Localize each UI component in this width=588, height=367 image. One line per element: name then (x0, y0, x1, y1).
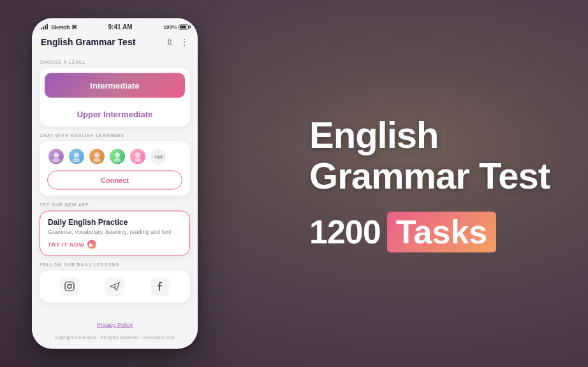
wifi-icon: ⌘ (71, 24, 77, 30)
app-promo-card: Daily English Practice Grammar, vocabula… (40, 211, 190, 256)
main-title: English Grammar Test (309, 115, 550, 196)
tasks-number: 1200 (309, 213, 381, 251)
more-icon[interactable]: ⋮ (180, 37, 189, 47)
svg-point-5 (93, 158, 101, 162)
copyright-text: Copright Sevenlynx - All rights reserved… (55, 335, 175, 340)
follow-card (40, 271, 190, 303)
battery-fill (180, 25, 186, 28)
svg-point-11 (68, 285, 71, 289)
signal-bars-icon (41, 24, 48, 30)
promo-description: Grammar, vocabulary, listening, reading … (48, 229, 182, 235)
facebook-icon[interactable] (151, 277, 170, 296)
svg-rect-10 (65, 282, 74, 291)
telegram-icon[interactable] (105, 277, 124, 296)
level-card: Intermediate Upper Intermediate (40, 68, 190, 127)
intermediate-button[interactable]: Intermediate (45, 73, 185, 98)
title-line1: English (309, 114, 438, 155)
avatar-count: +84 (149, 148, 167, 166)
notification-dot (122, 149, 125, 152)
svg-point-4 (94, 153, 99, 158)
title-line2: Grammar Test (309, 155, 550, 196)
phone-footer: Privacy Policy Copright Sevenlynx - All … (32, 318, 198, 349)
svg-point-6 (115, 153, 120, 158)
svg-point-3 (73, 158, 80, 162)
battery-icon (179, 24, 189, 29)
app-header: English Grammar Test ⇫ ⋮ (32, 33, 198, 54)
status-bar: Sketch ⌘ 9:41 AM 100% (32, 18, 198, 33)
avatar-5 (129, 148, 147, 166)
carrier-label: Sketch (51, 24, 70, 30)
chat-label: CHAT WITH ENGLISH LEARNERS (40, 133, 190, 138)
status-right: 100% (164, 24, 189, 30)
phone-content: CHOOSE A LEVEL Intermediate Upper Interm… (32, 60, 198, 318)
status-left: Sketch ⌘ (41, 24, 77, 30)
promo-title: Daily English Practice (48, 218, 182, 227)
svg-point-0 (54, 153, 59, 158)
time-display: 9:41 AM (108, 24, 133, 31)
avatar-3 (88, 148, 106, 166)
header-icons: ⇫ ⋮ (166, 37, 189, 47)
phone-container: Sketch ⌘ 9:41 AM 100% English Grammar Te… (32, 18, 198, 349)
privacy-policy-link[interactable]: Privacy Policy (40, 322, 190, 328)
app-header-title: English Grammar Test (41, 37, 135, 47)
avatar-2 (68, 148, 85, 166)
avatar-4 (108, 148, 126, 166)
share-icon[interactable]: ⇫ (166, 37, 173, 47)
phone-mockup: Sketch ⌘ 9:41 AM 100% English Grammar Te… (32, 18, 198, 349)
svg-point-9 (134, 158, 142, 162)
tasks-container: 1200 Tasks (309, 212, 550, 252)
svg-point-2 (74, 153, 79, 158)
svg-point-7 (114, 158, 121, 162)
tasks-badge: Tasks (387, 212, 497, 252)
svg-point-8 (135, 153, 140, 158)
connect-button[interactable]: Connect (47, 171, 182, 190)
try-arrow-icon: ▶ (87, 240, 96, 249)
avatars-row: +84 (47, 148, 182, 166)
right-panel: English Grammar Test 1200 Tasks (309, 115, 550, 252)
chat-card: +84 Connect (40, 141, 190, 196)
svg-point-1 (52, 158, 60, 162)
follow-label: FOLLOW OUR DAILY LESSONS (40, 263, 190, 267)
svg-point-12 (71, 284, 73, 285)
choose-level-label: CHOOSE A LEVEL (40, 60, 190, 64)
avatar-1 (47, 148, 65, 166)
app-promo-label: TRY OUR NEW APP (40, 203, 190, 207)
try-it-now-button[interactable]: TRY IT NOW ▶ (48, 240, 96, 249)
try-btn-label: TRY IT NOW (48, 241, 85, 248)
battery-percentage: 100% (164, 24, 177, 30)
social-icons-row (47, 277, 182, 296)
upper-intermediate-button[interactable]: Upper Intermediate (40, 103, 190, 127)
instagram-icon[interactable] (60, 277, 79, 296)
